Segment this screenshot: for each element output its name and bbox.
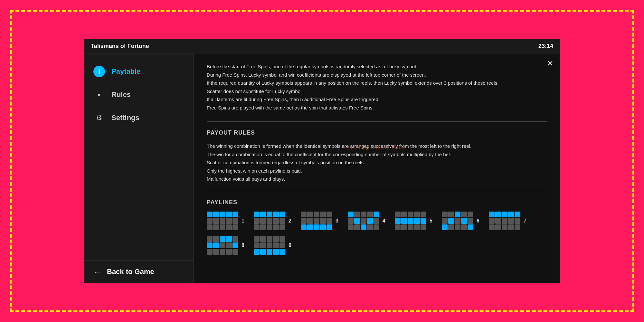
- payline-grid-8: [207, 236, 238, 255]
- payline-cell: [267, 218, 272, 224]
- payline-cell: [374, 218, 379, 224]
- payline-cell: [260, 249, 266, 255]
- payline-cell: [408, 224, 413, 230]
- payline-cell: [448, 212, 454, 217]
- payline-cell: [354, 224, 360, 230]
- payline-cell: [232, 224, 238, 230]
- payline-cell: [207, 249, 213, 255]
- payline-cell: [361, 224, 366, 230]
- payline-cell: [367, 218, 373, 224]
- payline-cell: [327, 218, 332, 224]
- payline-grid-9: [254, 236, 285, 255]
- payline-cell: [260, 236, 266, 242]
- payline-cell: [207, 224, 213, 230]
- payline-cell: [367, 224, 373, 230]
- payline-item: 4: [348, 212, 389, 230]
- payline-cell: [220, 212, 225, 217]
- rules-label: Rules: [111, 90, 131, 99]
- payline-cell: [254, 242, 260, 248]
- payline-cell: [207, 218, 213, 224]
- payline-item: 6: [442, 212, 483, 230]
- payline-cell: [495, 218, 501, 224]
- payline-cell: [220, 249, 225, 255]
- payline-cell: [448, 218, 454, 224]
- payline-cell: [207, 236, 213, 242]
- payline-item: 2: [254, 212, 295, 230]
- payline-cell: [226, 236, 232, 242]
- sidebar: i Paytable ▪ Rules ⚙ Settings: [84, 53, 194, 283]
- payline-grid-1: [207, 212, 238, 230]
- back-arrow-icon: ←: [93, 267, 101, 276]
- payline-cell: [260, 224, 266, 230]
- payline-item: 5: [395, 212, 436, 230]
- payline-cell: [220, 236, 225, 242]
- payline-cell: [307, 212, 313, 217]
- back-to-game-label: Back to Game: [107, 268, 154, 276]
- payline-cell: [273, 218, 279, 224]
- payline-cell: [495, 212, 501, 217]
- payline-cell: [213, 236, 219, 242]
- payline-cell: [374, 224, 379, 230]
- payline-cell: [267, 212, 272, 217]
- game-title: Talismans of Fortune: [91, 43, 149, 50]
- payline-item: 3: [301, 212, 342, 230]
- payline-cell: [395, 212, 401, 217]
- payline-grid-4: [348, 212, 379, 230]
- payline-cell: [320, 218, 326, 224]
- payline-cell: [213, 249, 219, 255]
- payline-cell: [502, 212, 507, 217]
- payline-cell: [461, 218, 467, 224]
- payline-number: 5: [430, 218, 436, 224]
- divider-1: [207, 121, 547, 122]
- payline-cell: [327, 212, 332, 217]
- payline-cell: [232, 212, 238, 217]
- payline-cell: [515, 212, 520, 217]
- payline-number: 9: [289, 242, 295, 248]
- sidebar-item-paytable[interactable]: i Paytable: [84, 60, 194, 83]
- sidebar-item-settings[interactable]: ⚙ Settings: [84, 106, 194, 129]
- payline-cell: [442, 224, 448, 230]
- payline-cell: [273, 224, 279, 230]
- payline-cell: [213, 242, 219, 248]
- payline-cell: [279, 212, 285, 217]
- payline-cell: [220, 242, 225, 248]
- payline-cell: [508, 224, 514, 230]
- payline-cell: [226, 224, 232, 230]
- book-icon: ▪: [93, 89, 105, 100]
- payline-cell: [279, 236, 285, 242]
- payline-cell: [395, 218, 401, 224]
- payline-cell: [207, 242, 213, 248]
- payout-rules-title: PAYOUT RULES: [207, 129, 547, 136]
- info-icon: i: [93, 66, 105, 77]
- payline-cell: [408, 212, 413, 217]
- payline-cell: [254, 236, 260, 242]
- payline-number: 2: [289, 218, 295, 224]
- payline-cell: [374, 212, 379, 217]
- payline-item: 1: [207, 212, 248, 230]
- paylines-section: PAYLINES 123456789: [207, 199, 547, 255]
- payline-cell: [307, 218, 313, 224]
- close-button[interactable]: ×: [547, 58, 553, 68]
- payline-cell: [267, 236, 272, 242]
- clock-display: 23:14: [538, 43, 553, 50]
- back-to-game-button[interactable]: ← Back to Game: [84, 260, 194, 283]
- sidebar-item-rules[interactable]: ▪ Rules: [84, 83, 194, 106]
- payout-rules-text: The winning combination is formed when t…: [207, 142, 547, 183]
- payline-cell: [279, 242, 285, 248]
- payline-cell: [226, 218, 232, 224]
- payline-cell: [226, 249, 232, 255]
- payline-cell: [495, 224, 501, 230]
- payline-cell: [348, 224, 354, 230]
- payline-cell: [226, 242, 232, 248]
- payline-cell: [260, 218, 266, 224]
- payline-cell: [461, 212, 467, 217]
- payline-grid-7: [489, 212, 520, 230]
- payline-cell: [273, 249, 279, 255]
- payline-cell: [348, 218, 354, 224]
- payline-item: 9: [254, 236, 295, 255]
- outer-border: Talismans of Fortune 23:14 i Paytable ▪ …: [10, 10, 634, 312]
- payline-cell: [267, 249, 272, 255]
- payline-cell: [207, 212, 213, 217]
- payline-cell: [508, 218, 514, 224]
- payline-cell: [307, 224, 313, 230]
